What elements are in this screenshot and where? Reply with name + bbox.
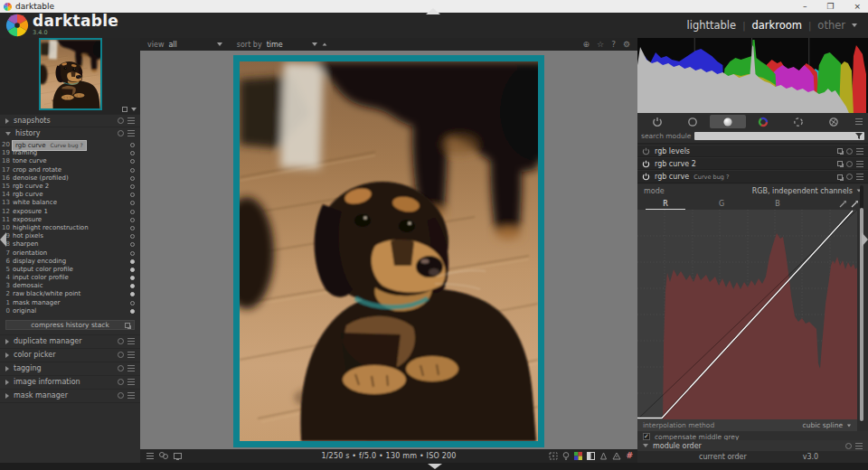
history-item[interactable]: 6display encoding xyxy=(0,258,140,266)
iso-lamp-icon[interactable] xyxy=(562,452,570,460)
presets-icon[interactable] xyxy=(127,365,135,371)
darkroom-canvas[interactable] xyxy=(140,51,637,449)
interpolation-dropdown-icon[interactable] xyxy=(847,424,851,427)
section-history[interactable]: history xyxy=(0,127,140,139)
module-rgb-curve[interactable]: rgb curve Curve bug ? xyxy=(637,171,868,183)
sort-dropdown-icon[interactable] xyxy=(312,42,317,46)
history-item[interactable]: 18tone curve xyxy=(0,157,140,165)
presets-icon[interactable] xyxy=(856,148,863,155)
history-item[interactable]: 8sharpen xyxy=(0,240,140,249)
section-module-order[interactable]: module order xyxy=(637,440,868,451)
effects-group-tab[interactable] xyxy=(816,115,852,128)
presets-icon[interactable] xyxy=(127,352,135,358)
reset-icon[interactable] xyxy=(846,161,853,167)
module-rgb-curve-2[interactable]: rgb curve 2 xyxy=(637,158,868,170)
view-filter-value[interactable]: all xyxy=(168,41,176,49)
history-enable-icon[interactable] xyxy=(130,176,135,181)
presets-icon[interactable] xyxy=(855,443,863,449)
channel-tab-g[interactable]: G xyxy=(693,200,750,208)
history-item[interactable]: 20rgb curveCurve bug ? xyxy=(0,141,140,149)
history-item[interactable]: 14rgb curve xyxy=(0,191,140,199)
history-item[interactable]: 17crop and rotate xyxy=(0,166,140,174)
raw-overexposure-icon[interactable] xyxy=(549,452,558,460)
history-enable-icon[interactable] xyxy=(130,276,135,280)
history-item[interactable]: 12exposure 1 xyxy=(0,208,140,216)
reset-icon[interactable] xyxy=(118,365,124,371)
history-item[interactable]: 19framing xyxy=(0,149,140,157)
history-enable-icon[interactable] xyxy=(130,309,135,314)
reset-icon[interactable] xyxy=(846,174,853,180)
history-enable-icon[interactable] xyxy=(130,184,135,189)
history-enable-icon[interactable] xyxy=(130,143,135,147)
channel-tab-r[interactable]: R xyxy=(637,200,693,208)
curve-editor[interactable] xyxy=(637,210,857,419)
multi-instance-icon[interactable] xyxy=(837,148,843,154)
reset-icon[interactable] xyxy=(118,118,124,124)
overexposure-icon[interactable] xyxy=(587,452,595,460)
history-item[interactable]: 10highlight reconstruction xyxy=(0,224,140,232)
history-item[interactable]: 13white balance xyxy=(0,199,140,207)
gamut-check-icon[interactable] xyxy=(574,452,582,460)
history-item[interactable]: 0original xyxy=(0,307,140,315)
checkbox-icon[interactable]: ✓ xyxy=(643,433,650,440)
module-search-input[interactable] xyxy=(694,132,864,140)
history-enable-icon[interactable] xyxy=(130,234,135,239)
bottom-panel-collapse-arrow[interactable] xyxy=(428,464,442,469)
minimize-button[interactable]: – xyxy=(803,0,807,13)
view-other[interactable]: other xyxy=(817,19,845,32)
edited-image[interactable] xyxy=(233,55,544,447)
module-power-icon[interactable] xyxy=(642,173,650,181)
history-item[interactable]: 15rgb curve 2 xyxy=(0,183,140,191)
color-group-tab[interactable] xyxy=(746,115,781,128)
correction-group-tab[interactable] xyxy=(781,115,816,128)
zoom-fit-icon[interactable] xyxy=(122,107,127,112)
help-icon[interactable]: ? xyxy=(611,40,616,49)
left-panel-collapse-arrow[interactable] xyxy=(0,232,6,247)
history-item[interactable]: 7orientation xyxy=(0,249,140,257)
history-enable-icon[interactable] xyxy=(130,218,135,222)
view-darkroom[interactable]: darkroom xyxy=(752,19,802,32)
section-duplicate-manager[interactable]: duplicate manager xyxy=(0,334,140,348)
presets-icon[interactable] xyxy=(856,174,863,180)
history-item[interactable]: 3demosaic xyxy=(0,282,140,290)
right-panel-scrollbar[interactable] xyxy=(860,185,863,422)
history-enable-icon[interactable] xyxy=(130,226,135,230)
tone-group-tab[interactable] xyxy=(710,115,745,128)
multi-instance-icon[interactable] xyxy=(837,174,843,180)
module-power-icon[interactable] xyxy=(642,147,650,155)
color-picker-icon[interactable] xyxy=(839,200,847,208)
presets-icon[interactable] xyxy=(127,338,135,344)
active-modules-group-tab[interactable] xyxy=(639,115,675,128)
presets-menu-icon[interactable] xyxy=(852,115,866,128)
restore-button[interactable]: ❐ xyxy=(826,0,834,13)
reset-icon[interactable] xyxy=(118,338,124,344)
top-panel-collapse-arrow[interactable] xyxy=(426,8,440,14)
gear-icon[interactable]: ⚙ xyxy=(623,40,630,49)
history-item[interactable]: 9hot pixels xyxy=(0,232,140,240)
presets-icon[interactable] xyxy=(856,161,863,167)
gamut-warning-icon[interactable] xyxy=(612,452,621,460)
current-order-value[interactable]: v3.0 xyxy=(803,453,818,461)
history-enable-icon[interactable] xyxy=(130,210,135,214)
history-enable-icon[interactable] xyxy=(130,292,135,296)
section-snapshots[interactable]: snapshots xyxy=(0,114,140,127)
history-item[interactable]: 2raw black/white point xyxy=(0,290,140,298)
module-rgb-levels[interactable]: rgb levels xyxy=(637,146,868,157)
grid-icon[interactable]: ⊕ xyxy=(583,40,590,49)
zoom-dropdown-icon[interactable] xyxy=(131,108,137,111)
history-enable-icon[interactable] xyxy=(130,268,135,272)
history-enable-icon[interactable] xyxy=(130,259,135,264)
section-mask-manager[interactable]: mask manager xyxy=(0,389,140,402)
history-enable-icon[interactable] xyxy=(130,159,135,164)
presets-icon[interactable] xyxy=(127,118,135,124)
history-enable-icon[interactable] xyxy=(130,284,135,288)
channel-tab-b[interactable]: B xyxy=(750,200,806,208)
sort-ascending-icon[interactable] xyxy=(322,42,326,45)
history-item[interactable]: 16denoise (profiled) xyxy=(0,174,140,183)
guides-icon[interactable]: # xyxy=(626,452,633,460)
presets-icon[interactable] xyxy=(127,130,135,136)
close-button[interactable]: × xyxy=(854,0,861,13)
history-enable-icon[interactable] xyxy=(130,242,135,247)
reset-icon[interactable] xyxy=(845,443,852,449)
histogram[interactable] xyxy=(637,38,868,113)
